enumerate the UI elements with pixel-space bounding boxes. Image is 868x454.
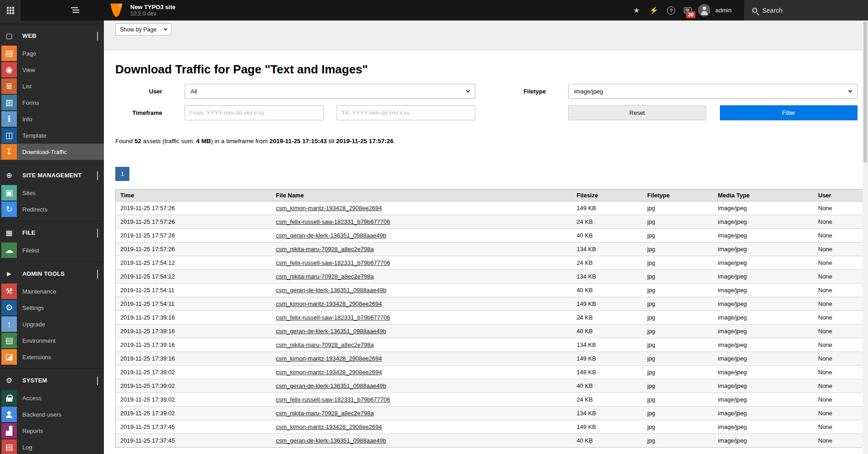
table-row: 2019-11-25 17:54:11 csm_kimon-maritz-193… [116,297,863,311]
sidebar-item-forms[interactable]: ▥ Forms [0,94,104,111]
sidebar-section-admin-tools[interactable]: ► ADMIN TOOLS [0,262,104,283]
file-link[interactable]: csm_geran-de-klerk-136351_0988aae49b [276,328,386,335]
reset-button[interactable]: Reset [568,105,706,120]
avatar[interactable] [698,4,710,16]
sidebar-item-redirects[interactable]: ↻ Redirects [0,201,104,217]
file-link[interactable]: csm_geran-de-klerk-136351_0988aae49b [276,232,386,239]
file-link[interactable]: csm_geran-de-klerk-136351_0988aae49b [276,437,386,444]
table-row: 2019-11-25 17:54:12 csm_felix-russell-sa… [116,256,863,270]
table-row: 2019-11-25 17:39:16 csm_geran-de-klerk-1… [116,325,863,338]
filetype-cell: jpg [643,393,714,407]
filetype-cell: jpg [643,338,714,352]
typo3-logo-icon [108,2,124,18]
vertical-scrollbar[interactable] [863,21,868,454]
file-link[interactable]: csm_kimon-maritz-193428_2908ee2694 [276,300,382,307]
help-button[interactable]: ? [663,0,680,21]
column-header-filesize: Filesize [572,190,643,201]
view-mode-select[interactable]: Show by Page [115,23,171,36]
sidebar-item-reports[interactable]: ▟ Reports [0,423,104,439]
chevron-down-icon [97,171,98,180]
sidebar-section-file[interactable]: ▦ FILE [0,221,104,242]
username[interactable]: admin [715,0,731,21]
file-link[interactable]: csm_felix-russell-saw-182331_b79b677706 [276,396,390,403]
sidebar-item-list[interactable]: ≣ List [0,78,104,94]
filetype-cell: jpg [643,242,714,256]
filesize-cell: 149 KB [572,201,643,215]
filetype-select[interactable]: image/jpeg [568,84,858,99]
sidebar-item-maintenance[interactable]: ⚒ Maintenance [0,283,104,299]
up-arrow-icon: ↑ [1,316,17,332]
sidebar-section-site-management[interactable]: ⊕ SITE MANAGEMENT [0,163,104,185]
sidebar-item-upgrade[interactable]: ↑ Upgrade [0,316,104,332]
sidebar-item-environment[interactable]: ▤ Environment [0,332,104,349]
timeframe-till-input[interactable] [337,105,476,120]
media-type-cell: image/jpeg [714,366,814,379]
scrollbar-thumb[interactable] [863,21,867,163]
media-type-cell: image/jpeg [714,284,814,297]
file-name-cell: csm_geran-de-klerk-136351_0988aae49b [272,434,572,448]
file-link[interactable]: csm_felix-russell-saw-182331_b79b677706 [276,218,390,225]
sidebar-item-info[interactable]: ℹ Info [0,111,104,127]
file-link[interactable]: csm_kimon-maritz-193428_2908ee2694 [276,205,382,212]
filesize-cell: 149 KB [572,297,643,311]
form-icon: ▥ [1,95,17,110]
filesize-cell: 24 KB [572,393,643,407]
media-type-cell: image/jpeg [714,420,814,434]
site-title: New TYPO3 site [130,4,175,10]
file-link[interactable]: csm_felix-russell-saw-182331_b79b677706 [276,314,390,321]
sidebar-item-backend-users[interactable]: Backend users [0,406,104,423]
page-title: Download Traffic for Page "Text and Imag… [115,62,863,77]
sidebar-item-extensions[interactable]: ◪ Extensions [0,349,104,365]
sidebar-section-system[interactable]: ⚙ SYSTEM [0,368,104,390]
sidebar-item-label: Sites [22,190,36,196]
sidebar-item-view[interactable]: ◉ View [0,62,104,78]
media-type-cell: image/jpeg [714,407,814,420]
module-menu-toggle-button[interactable] [0,0,21,21]
clear-cache-button[interactable]: ⚡ [645,0,663,21]
user-cell: None [814,284,863,297]
server-stack-icon: ▤ [1,333,17,348]
file-link[interactable]: csm_nikita-maru-70928_a8ec2e798a [276,273,374,280]
sidebar-item-label: Redirects [22,206,47,213]
time-cell: 2019-11-25 17:39:02 [116,407,272,420]
file-link[interactable]: csm_geran-de-klerk-136351_0988aae49b [276,382,386,389]
file-link[interactable]: csm_nikita-maru-70928_a8ec2e798a [276,246,374,253]
timeframe-from-input[interactable] [185,105,324,120]
view-mode-value: Show by Page [120,26,157,33]
file-link[interactable]: csm_kimon-maritz-193428_2908ee2694 [276,369,382,376]
filter-button[interactable]: Filter [720,105,858,120]
file-link[interactable]: csm_nikita-maru-70928_a8ec2e798a [276,341,374,348]
media-type-cell: image/jpeg [714,434,814,448]
sidebar-item-access[interactable]: Access [0,390,104,406]
page-tree-toggle-button[interactable] [64,0,85,21]
file-link[interactable]: csm_kimon-maritz-193428_2908ee2694 [276,355,382,362]
user-select[interactable]: All [185,84,475,99]
sidebar-item-settings[interactable]: ⚙ Settings [0,299,104,316]
search-input[interactable]: Search [744,0,868,21]
sidebar-item-download-traffic[interactable]: ↧ Download-Traffic [0,144,104,160]
file-link[interactable]: csm_felix-russell-saw-182331_b79b677706 [276,259,390,266]
file-link[interactable]: csm_nikita-maru-70928_a8ec2e798a [276,410,374,417]
bookmarks-button[interactable]: ★ [628,0,645,21]
sidebar-item-filelist[interactable]: ☁ Filelist [0,242,104,258]
column-header-user: User [814,190,863,201]
pagination-page-1[interactable]: 1 [115,167,129,181]
media-type-cell: image/jpeg [714,393,814,407]
column-header-time: Time [116,190,272,201]
sidebar-section-web[interactable]: ▢ WEB [0,24,104,45]
file-link[interactable]: csm_geran-de-klerk-136351_0988aae49b [276,287,386,294]
chevron-down-icon [848,89,852,93]
file-link[interactable]: csm_kimon-maritz-193428_2908ee2694 [276,423,382,430]
file-name-cell: csm_kimon-maritz-193428_2908ee2694 [272,201,572,215]
user-cell: None [814,352,863,366]
gears-icon: ⚙ [1,300,17,315]
user-cell: None [814,201,863,215]
sidebar-item-template[interactable]: ◫ Template [0,127,104,144]
media-type-cell: image/jpeg [714,256,814,270]
sidebar-item-page[interactable]: ▤ Page [0,45,104,62]
user-cell: None [814,434,863,448]
sidebar-item-log[interactable]: ▤ Log [0,439,104,454]
sidebar-item-sites[interactable]: ▣ Sites [0,185,104,201]
system-information-button[interactable]: 30 [679,0,696,21]
filetype-cell: jpg [643,379,714,393]
